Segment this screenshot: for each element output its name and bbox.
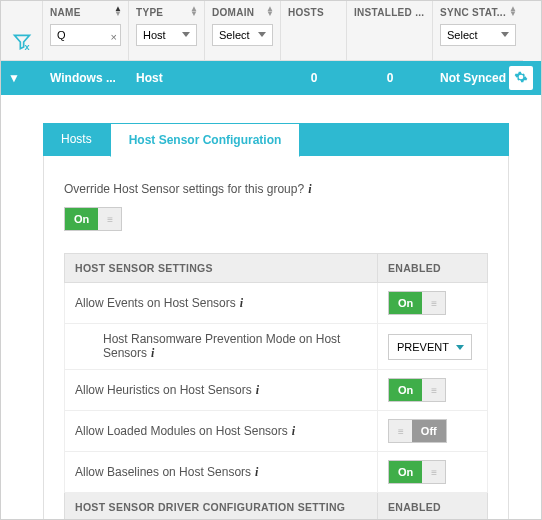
sort-icon[interactable]: ▲▼ bbox=[114, 6, 122, 16]
section-header-row: HOST SENSOR SETTINGS ENABLED bbox=[65, 254, 488, 283]
row-hosts: 0 bbox=[281, 71, 347, 85]
setting-label: Allow Heuristics on Host Sensors bbox=[75, 383, 252, 397]
modules-toggle[interactable]: ≡Off bbox=[388, 419, 447, 443]
setting-label: Allow Events on Host Sensors bbox=[75, 296, 236, 310]
col-hosts-label: HOSTS bbox=[288, 7, 339, 18]
override-toggle[interactable]: On ≡ bbox=[64, 207, 122, 231]
setting-row: Allow Heuristics on Host Sensorsi On≡ bbox=[65, 370, 488, 411]
col-domain[interactable]: DOMAIN ▲▼ Select bbox=[205, 1, 281, 61]
setting-label: Host Ransomware Prevention Mode on Host … bbox=[103, 332, 340, 360]
info-icon[interactable]: i bbox=[240, 296, 243, 310]
info-icon[interactable]: i bbox=[292, 424, 295, 438]
sort-icon[interactable]: ▲▼ bbox=[266, 6, 274, 16]
setting-sub-row: Host Ransomware Prevention Mode on Host … bbox=[65, 324, 488, 370]
section-title: HOST SENSOR DRIVER CONFIGURATION SETTING bbox=[65, 493, 378, 521]
detail-panel: Hosts Host Sensor Configuration Override… bbox=[1, 95, 541, 520]
row-sync: Not Synced bbox=[440, 71, 506, 85]
col-type[interactable]: TYPE ▲▼ Host bbox=[129, 1, 205, 61]
ransomware-mode-select[interactable]: PREVENT bbox=[388, 334, 472, 360]
table-row[interactable]: ▼ Windows ... Host 0 0 Not Synced bbox=[1, 61, 541, 95]
col-hosts[interactable]: HOSTS bbox=[281, 1, 347, 61]
heuristics-toggle[interactable]: On≡ bbox=[388, 378, 446, 402]
tab-bar: Hosts Host Sensor Configuration bbox=[43, 123, 509, 156]
setting-label: Allow Baselines on Host Sensors bbox=[75, 465, 251, 479]
svg-text:x: x bbox=[24, 42, 30, 52]
column-header-row: x NAME ▲▼ × TYPE ▲▼ Host DOMAIN ▲▼ Selec… bbox=[1, 1, 541, 61]
events-toggle[interactable]: On≡ bbox=[388, 291, 446, 315]
section-title: HOST SENSOR SETTINGS bbox=[65, 254, 378, 283]
col-domain-label: DOMAIN bbox=[212, 7, 273, 18]
filter-reset-cell: x bbox=[1, 1, 43, 61]
info-icon[interactable]: i bbox=[255, 465, 258, 479]
expand-row-icon[interactable]: ▼ bbox=[1, 71, 43, 85]
filter-funnel-icon[interactable]: x bbox=[12, 32, 32, 54]
col-installed[interactable]: INSTALLED ... bbox=[347, 1, 433, 61]
col-installed-label: INSTALLED ... bbox=[354, 7, 425, 18]
gear-icon bbox=[514, 70, 528, 86]
sync-filter-select[interactable]: Select bbox=[440, 24, 516, 46]
toggle-off-state: ≡ bbox=[98, 208, 121, 230]
info-icon[interactable]: i bbox=[308, 182, 311, 196]
sort-icon[interactable]: ▲▼ bbox=[509, 6, 517, 16]
col-name-label: NAME bbox=[50, 7, 121, 18]
sort-icon[interactable]: ▲▼ bbox=[190, 6, 198, 16]
row-installed: 0 bbox=[347, 71, 433, 85]
tab-hosts[interactable]: Hosts bbox=[43, 123, 110, 156]
domain-filter-select[interactable]: Select bbox=[212, 24, 273, 46]
row-name: Windows ... bbox=[43, 71, 129, 85]
row-type: Host bbox=[129, 71, 205, 85]
col-sync-label: SYNC STAT... bbox=[440, 7, 516, 18]
section-enabled-header: ENABLED bbox=[378, 493, 488, 521]
setting-row: Allow Events on Host Sensorsi On≡ bbox=[65, 283, 488, 324]
tab-host-sensor-config[interactable]: Host Sensor Configuration bbox=[110, 123, 301, 157]
clear-name-filter-icon[interactable]: × bbox=[111, 31, 117, 43]
info-icon[interactable]: i bbox=[256, 383, 259, 397]
col-type-label: TYPE bbox=[136, 7, 197, 18]
col-sync[interactable]: SYNC STAT... ▲▼ Select bbox=[433, 1, 523, 61]
baselines-toggle[interactable]: On≡ bbox=[388, 460, 446, 484]
row-settings-button[interactable] bbox=[509, 66, 533, 90]
col-name[interactable]: NAME ▲▼ × bbox=[43, 1, 129, 61]
info-icon[interactable]: i bbox=[151, 346, 154, 360]
setting-row: Allow Baselines on Host Sensorsi On≡ bbox=[65, 452, 488, 493]
setting-label: Allow Loaded Modules on Host Sensors bbox=[75, 424, 288, 438]
override-label: Override Host Sensor settings for this g… bbox=[64, 182, 488, 197]
toggle-on-state: On bbox=[65, 208, 98, 230]
setting-row: Allow Loaded Modules on Host Sensorsi ≡O… bbox=[65, 411, 488, 452]
type-filter-select[interactable]: Host bbox=[136, 24, 197, 46]
section-enabled-header: ENABLED bbox=[378, 254, 488, 283]
section-header-row: HOST SENSOR DRIVER CONFIGURATION SETTING… bbox=[65, 493, 488, 521]
